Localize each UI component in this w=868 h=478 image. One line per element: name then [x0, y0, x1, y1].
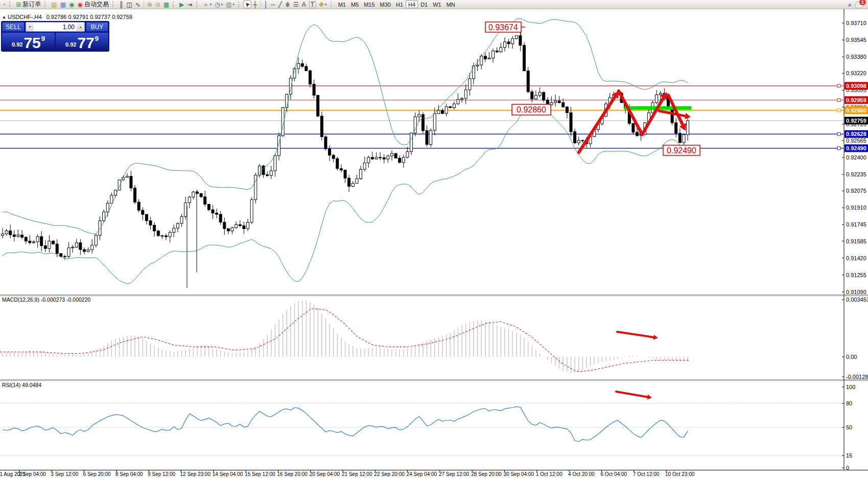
candle-body	[554, 101, 557, 102]
candle-body	[29, 241, 31, 243]
indicators-glyph: ＋	[203, 2, 209, 8]
text-label-glyph: T	[309, 1, 316, 8]
candle-body	[176, 223, 179, 228]
candle-body	[671, 108, 673, 123]
zoom-in-button[interactable]: ⊕	[146, 1, 154, 8]
search-icon-glyph: ⌕	[848, 2, 852, 8]
fibonacci-f-button[interactable]: ☰	[292, 1, 300, 8]
candle-body	[577, 141, 580, 143]
volume-increase-button[interactable]: ▲	[77, 22, 84, 31]
timeframe-h1-button[interactable]: H1	[393, 1, 406, 8]
toolbar: ◔⊞新订单▤▦◉◉自动交易║◫∿⊕⊖▩▶⇥＋▾◷▾▧▾➤┼│─╱⋕☰AT✥▾M1…	[0, 0, 868, 9]
candle-body	[527, 71, 529, 92]
fibonacci-e-glyph: ⋕	[285, 2, 290, 8]
candle-body	[367, 157, 370, 163]
rsi-axis-label: 80	[846, 400, 852, 406]
trendline-button[interactable]: ╱	[277, 1, 284, 8]
rsi-axis-label: 15	[846, 452, 852, 459]
period-button[interactable]: ◷▾	[213, 1, 224, 8]
candle-body	[219, 214, 222, 222]
candle-body	[103, 212, 105, 221]
chart-area[interactable]: 0.937100.935450.933800.932200.930550.928…	[0, 0, 868, 478]
candle-body	[538, 93, 541, 96]
time-axis-label: 27 Sep 12:00	[439, 471, 470, 477]
candle-body	[169, 233, 171, 237]
text-label-button[interactable]: T	[308, 1, 317, 8]
candle-body	[515, 36, 518, 39]
candle-body	[678, 133, 681, 143]
buy-price-sup: 9	[95, 35, 99, 42]
data-window-icon[interactable]: ▦	[59, 1, 67, 8]
toolbar-grip	[112, 2, 115, 7]
candle-body	[543, 93, 545, 100]
time-axis-label: 1 Oct 12:00	[536, 471, 562, 477]
vertical-line-button[interactable]: │	[263, 1, 270, 8]
candle-body	[75, 243, 78, 247]
indicators-button[interactable]: ＋▾	[201, 1, 214, 8]
candle-body	[558, 101, 560, 102]
timeframe-mn-button[interactable]: MN	[444, 1, 458, 8]
volume-input[interactable]	[34, 22, 77, 31]
time-axis-label: 16 Sep 20:00	[277, 471, 308, 477]
timeframe-d1-button[interactable]: D1	[418, 1, 430, 8]
tile-windows-icon[interactable]: ▩	[162, 1, 171, 8]
candle-body	[200, 194, 202, 197]
zoom-out-button[interactable]: ⊖	[154, 1, 162, 8]
arrows-button[interactable]: ✥▾	[317, 1, 329, 8]
candle-body	[227, 229, 229, 231]
vertical-line-glyph: │	[264, 2, 268, 8]
clipped-chart-icon[interactable]: ◔	[1, 1, 7, 8]
notification-bubble[interactable]: 1	[855, 1, 864, 8]
volume-decrease-button[interactable]: ▼	[26, 22, 34, 31]
bar-chart-icon[interactable]: ║	[118, 1, 125, 8]
toolbar-separator	[144, 1, 144, 8]
buy-button[interactable]: BUY	[86, 22, 108, 32]
auto-scroll-button[interactable]: ▶	[178, 1, 185, 8]
timeframe-w1-button[interactable]: W1	[430, 1, 444, 8]
chart-shift-button[interactable]: ⇥	[186, 1, 194, 8]
timeframe-h4-button[interactable]: H4	[406, 1, 418, 8]
timeframe-m30-button[interactable]: M30	[378, 1, 393, 8]
y-axis-label: 0.92075	[846, 188, 866, 194]
signals-icon[interactable]: ◉	[67, 1, 76, 8]
crosshair-button[interactable]: ┼	[251, 1, 259, 8]
candle-body	[659, 93, 662, 95]
candle-body	[519, 36, 522, 45]
candle-body	[99, 221, 101, 235]
auto-trading-button[interactable]: ◉自动交易	[76, 1, 110, 8]
candle-body	[223, 222, 226, 229]
horizontal-line-button[interactable]: ─	[269, 1, 277, 8]
templates-button[interactable]: ▧▾	[224, 1, 236, 8]
search-icon[interactable]: ⌕	[847, 1, 853, 8]
period-glyph: ◷	[215, 2, 220, 8]
candle-body	[25, 237, 27, 241]
sell-price-button[interactable]: 0.92759	[2, 33, 55, 51]
new-order-button[interactable]: ⊞新订单	[14, 1, 42, 8]
candle-body	[468, 79, 471, 90]
candle-body	[332, 155, 335, 158]
time-axis-label: 8 Sep 04:00	[115, 471, 143, 477]
market-watch-icon[interactable]: ▤	[50, 1, 58, 8]
candle-body	[301, 63, 303, 66]
line-chart-icon[interactable]: ∿	[134, 1, 142, 8]
timeframe-m1-button[interactable]: M1	[336, 1, 348, 8]
candle-body	[110, 195, 113, 203]
timeframe-m15-button[interactable]: M15	[361, 1, 377, 8]
timeframe-m5-button[interactable]: M5	[348, 1, 361, 8]
fibonacci-e-button[interactable]: ⋕	[284, 1, 292, 8]
sell-button[interactable]: SELL	[2, 22, 25, 32]
rsi-axis-label: 50	[846, 424, 852, 430]
candle-body	[398, 158, 401, 163]
buy-price-button[interactable]: 0.92779	[56, 33, 108, 51]
candlestick-chart-icon[interactable]: ◫	[125, 1, 133, 8]
candle-body	[511, 39, 514, 44]
candle-body	[457, 99, 459, 104]
text-button[interactable]: A	[300, 1, 308, 8]
y-axis-label: 0.91420	[846, 255, 866, 261]
candle-body	[95, 235, 97, 245]
cursor-button[interactable]: ➤	[243, 1, 251, 8]
buy-price-prefix: 0.92	[65, 41, 76, 48]
crosshair-glyph: ┼	[253, 2, 257, 8]
candle-body	[52, 241, 55, 244]
candle-body	[40, 237, 43, 246]
